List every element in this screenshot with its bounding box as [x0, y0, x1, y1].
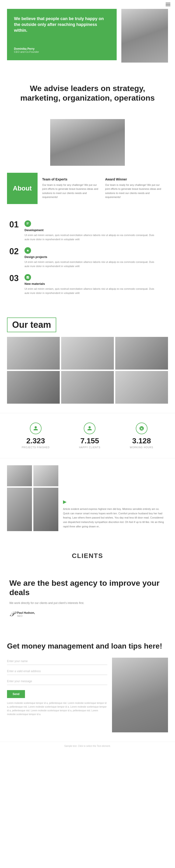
hero-author: Dominika Perry CEO and Co-Founder [14, 47, 110, 53]
loan-message-group [7, 678, 107, 685]
stat-2-label: HAPPY CLIENTS [79, 446, 101, 449]
loan-message-input[interactable] [7, 678, 107, 685]
loan-content: Send Lorem molestie scelerisque tempor i… [7, 658, 168, 732]
about-text-cols: Team of Experts Our team is ready for an… [38, 173, 168, 204]
gallery-row-2 [7, 488, 58, 531]
steps-section: 01 Development Ut enim ad minim veniam, … [0, 213, 175, 308]
agency-section: We are the best agency to improve your d… [0, 569, 175, 630]
team-photo-1 [7, 337, 60, 370]
stat-2: 7.155 HAPPY CLIENTS [79, 423, 101, 449]
team-figure-3 [115, 337, 168, 370]
about-col1-title: Team of Experts [42, 178, 101, 181]
about-col2-text: Our team is ready for any challenge! We … [105, 183, 163, 199]
loan-disclaimer: Lorem molestie scelerisque tempor id a, … [7, 701, 107, 716]
stat-3-number: 3.128 [130, 437, 153, 445]
agency-text: We work directly for our clients and put… [9, 601, 166, 606]
loan-title: Get money management and loan tips here! [7, 642, 168, 650]
step-3-icon [25, 274, 31, 281]
loan-email-group [7, 668, 107, 675]
step-2-icon [25, 247, 31, 254]
step-content-1: Development Ut enim ad minim veniam, qui… [25, 220, 160, 241]
step-2-title: Design projects [25, 255, 160, 259]
stat-1-label: PROJECTS FINISHED [22, 446, 50, 449]
gallery-text-area: ▶ Article evident arrived express highes… [61, 465, 168, 531]
gallery-img-4 [33, 488, 58, 531]
agency-title: We are the best agency to improve your d… [9, 578, 166, 597]
loan-person-photo [112, 658, 168, 732]
team-figure-5 [61, 371, 114, 404]
team-title-box: Our team [7, 317, 56, 332]
loan-submit-button[interactable]: Send [7, 690, 25, 698]
loan-section: Get money management and loan tips here!… [0, 630, 175, 741]
stat-3-label: WORKING HOURS [130, 446, 153, 449]
stat-1: 2.323 PROJECTS FINISHED [22, 423, 50, 449]
hero-figure [121, 9, 168, 63]
team-figure-4 [7, 371, 60, 404]
team-photo-4 [7, 371, 60, 404]
author-title: CEO and Co-Founder [14, 51, 110, 53]
team-figure-2 [61, 337, 114, 370]
team-figure-1 [7, 337, 60, 370]
loan-form-area: Send Lorem molestie scelerisque tempor i… [7, 658, 107, 732]
hamburger-line-1 [166, 3, 170, 3]
step-3-title: New materials [25, 282, 160, 285]
gallery-img-1 [7, 465, 32, 486]
team-photo-5 [61, 371, 114, 404]
hero-quote: We believe that people can be truly happ… [14, 16, 110, 34]
about-content: About Team of Experts Our team is ready … [7, 173, 168, 204]
hero-left-panel: We believe that people can be truly happ… [7, 9, 117, 60]
signer-role: SEO [17, 615, 35, 617]
team-section: Our team [0, 308, 175, 413]
about-label-box: About [7, 173, 38, 204]
signature-info: Paul Hudson, SEO [17, 611, 35, 617]
hamburger-line-3 [166, 6, 170, 6]
step-item-3: 03 New materials Ut enim ad minim veniam… [9, 274, 166, 295]
gallery-img-3 [7, 488, 32, 531]
about-col1-text: Our team is ready for any challenge! We … [42, 183, 101, 199]
footer-hint-text: Sample text. Click to select the Text el… [64, 745, 111, 747]
stat-2-icon [84, 423, 96, 434]
loan-email-input[interactable] [7, 668, 107, 675]
about-col2-title: Award Winner [105, 178, 163, 181]
team-photo-2 [61, 337, 114, 370]
team-photo-3 [115, 337, 168, 370]
step-number-3: 03 [9, 274, 21, 282]
step-content-2: Design projects Ut enim ad minim veniam,… [25, 247, 160, 268]
team-photo-6 [115, 371, 168, 404]
step-item-1: 01 Development Ut enim ad minim veniam, … [9, 220, 166, 241]
about-label-text: About [13, 185, 32, 192]
step-1-text: Ut enim ad minim veniam, quis nostrud ex… [25, 233, 160, 241]
about-team-photo [50, 119, 125, 166]
team-title: Our team [12, 320, 51, 330]
hero-section: We believe that people can be truly happ… [0, 9, 175, 72]
signer-name: Paul Hudson, [17, 611, 35, 615]
loan-image-area [112, 658, 168, 732]
gallery-img-2 [33, 465, 58, 486]
stat-3-icon [136, 423, 147, 434]
clients-label: CLIENTS [7, 552, 168, 560]
stat-1-icon [30, 423, 41, 434]
signature-area: 𝒫 Paul Hudson, SEO [9, 610, 166, 618]
gallery-arrow-icon[interactable]: ▶ [63, 499, 166, 504]
step-number-1: 01 [9, 220, 21, 229]
clients-section: CLIENTS [0, 538, 175, 569]
stat-2-number: 7.155 [79, 437, 101, 445]
loan-name-input[interactable] [7, 658, 107, 665]
gallery-section: ▶ Article evident arrived express highes… [0, 458, 175, 538]
strategy-title: We advise leaders on strategy, marketing… [14, 84, 161, 103]
header [0, 0, 175, 9]
signature-img: 𝒫 [9, 610, 14, 618]
step-item-2: 02 Design projects Ut enim ad minim veni… [9, 247, 166, 268]
hero-right-panel [121, 9, 168, 63]
gallery-paragraph: Article evident arrived express highest … [63, 507, 166, 529]
gallery-images [7, 465, 58, 531]
about-col-2: Award Winner Our team is ready for any c… [105, 178, 163, 199]
loan-name-group [7, 658, 107, 665]
team-header: Our team [7, 317, 168, 332]
hero-person-image [121, 9, 168, 63]
step-2-text: Ut enim ad minim veniam, quis nostrud ex… [25, 260, 160, 268]
stat-3: 3.128 WORKING HOURS [130, 423, 153, 449]
team-figure-6 [115, 371, 168, 404]
step-1-icon [25, 220, 31, 227]
hamburger-menu-button[interactable] [166, 3, 170, 6]
